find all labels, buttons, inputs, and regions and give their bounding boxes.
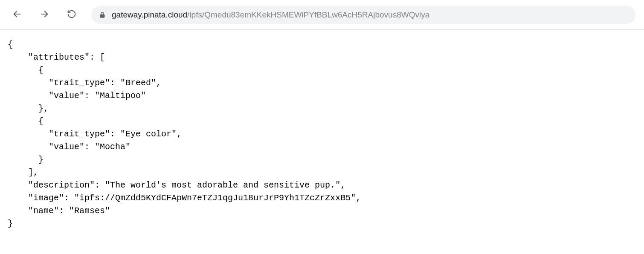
url-domain: gateway.pinata.cloud — [112, 10, 187, 19]
arrow-right-icon — [40, 9, 49, 20]
forward-button[interactable] — [36, 6, 53, 23]
json-line: "value": "Maltipoo" — [8, 91, 146, 101]
json-line: "attributes": [ — [8, 52, 105, 62]
lock-icon — [99, 12, 106, 18]
arrow-left-icon — [12, 9, 22, 20]
browser-toolbar: gateway.pinata.cloud/ipfs/Qmedu83emKKekH… — [0, 0, 644, 30]
url-path: /ipfs/Qmedu83emKKekHSMEWiPYfBBLw6AcH5RAj… — [187, 10, 429, 19]
json-content: { "attributes": [ { "trait_type": "Breed… — [0, 30, 644, 239]
json-line: } — [8, 219, 13, 228]
json-line: "name": "Ramses" — [8, 206, 110, 216]
json-line: }, — [8, 104, 49, 113]
json-line: { — [8, 40, 13, 49]
json-line: "trait_type": "Breed", — [8, 78, 161, 88]
back-button[interactable] — [9, 6, 26, 23]
json-line: "image": "ipfs://QmZdd5KYdCFApWn7eTZJ1qg… — [8, 193, 361, 203]
json-line: { — [8, 65, 44, 75]
reload-icon — [67, 9, 76, 20]
json-line: } — [8, 155, 44, 165]
json-line: { — [8, 116, 44, 126]
address-bar[interactable]: gateway.pinata.cloud/ipfs/Qmedu83emKKekH… — [91, 6, 635, 24]
json-line: ], — [8, 167, 38, 177]
json-line: "value": "Mocha" — [8, 142, 131, 152]
url-text: gateway.pinata.cloud/ipfs/Qmedu83emKKekH… — [112, 10, 429, 20]
json-line: "description": "The world's most adorabl… — [8, 180, 345, 190]
reload-button[interactable] — [63, 6, 80, 23]
json-line: "trait_type": "Eye color", — [8, 129, 182, 139]
